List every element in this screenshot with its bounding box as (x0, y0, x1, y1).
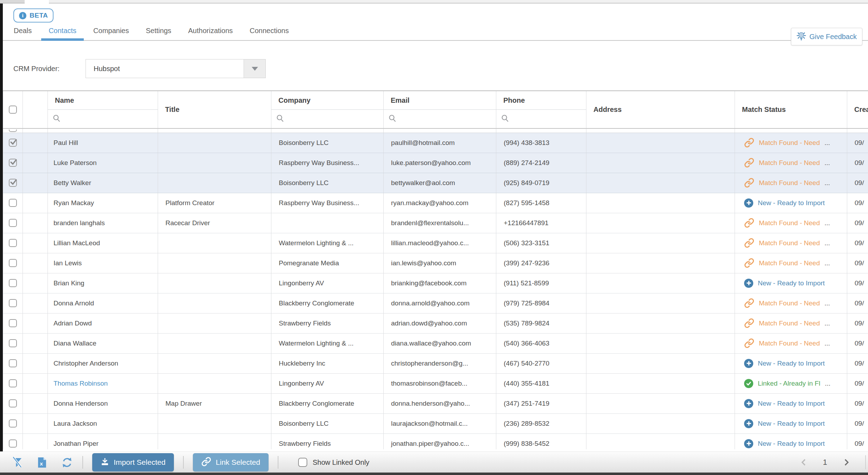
table-row[interactable]: Jonathan PiperStrawberry Fieldsjonathan.… (3, 433, 868, 449)
table-row[interactable]: Laura JacksonBoisonberry LLClaurajackson… (3, 413, 868, 433)
link-selected-label: Link Selected (216, 458, 260, 467)
cell-title: Map Drawer (158, 393, 271, 413)
crm-provider-label: CRM Provider: (13, 65, 59, 73)
tab-settings[interactable]: Settings (140, 27, 176, 40)
next-page-button[interactable] (842, 458, 850, 467)
cell-company: Blackberry Conglomerate (271, 393, 384, 413)
show-linked-only-checkbox[interactable] (298, 458, 307, 467)
tab-authorizations[interactable]: Authorizations (183, 27, 238, 40)
give-feedback-button[interactable]: Give Feedback (791, 28, 862, 45)
contact-name[interactable]: Thomas Robinson (54, 380, 108, 387)
previous-page-button[interactable] (800, 458, 808, 467)
column-header-title: Title (158, 91, 271, 128)
cell-created: 09/ (847, 133, 868, 153)
tab-contacts[interactable]: Contacts (43, 27, 82, 40)
pagination-divider (865, 455, 866, 469)
select-all-checkbox[interactable] (9, 106, 17, 114)
table-row[interactable]: Diana WallaceWatermelon Lighting & ...di… (3, 333, 868, 353)
company-filter-input[interactable] (271, 110, 383, 128)
status-label: New - Ready to Import (758, 199, 825, 207)
status-label: New - Ready to Import (758, 279, 825, 287)
dropdown-button[interactable] (244, 59, 265, 78)
row-checkbox[interactable] (9, 399, 17, 407)
check-circle-icon (744, 379, 753, 388)
name-filter-input[interactable] (48, 110, 158, 128)
table-row[interactable]: Betty WalkerBoisonberry LLCbettywalker@a… (3, 173, 868, 193)
plus-circle-icon (744, 359, 753, 368)
cell-match-status: New - Ready to Import (735, 193, 847, 213)
spacer-cell (23, 253, 48, 273)
search-icon (501, 114, 509, 124)
row-checkbox[interactable] (9, 339, 17, 347)
row-checkbox[interactable] (9, 259, 17, 267)
status-label: Match Found - Need (759, 139, 820, 147)
pagination: 1 (800, 455, 866, 469)
spacer-cell (23, 213, 48, 233)
spacer-cell (23, 193, 48, 213)
table-row[interactable]: Donna ArnoldBlackberry Conglomeratedonna… (3, 293, 868, 313)
row-checkbox[interactable] (9, 319, 17, 327)
tab-companies[interactable]: Companies (88, 27, 134, 40)
table-row[interactable]: Lillian MacLeodWatermelon Lighting & ...… (3, 233, 868, 253)
table-row[interactable]: Paul HillBoisonberry LLCpaulhill@hotmail… (3, 133, 868, 153)
email-filter-input[interactable] (384, 110, 496, 128)
cell-company: Strawberry Fields (271, 313, 384, 333)
cell-phone: (994) 438-3813 (496, 133, 586, 153)
column-label: Title (158, 106, 180, 114)
cell-address (586, 273, 735, 293)
status-label: Match Found - Need (759, 239, 820, 247)
info-icon: i (19, 12, 26, 19)
give-feedback-label: Give Feedback (809, 33, 857, 41)
cell-email: paulhill@hotmail.com (384, 133, 496, 153)
table-row[interactable]: branden langhalsRacecar Driverbrandenl@f… (3, 213, 868, 233)
table-row[interactable]: Brian KingLingonberry AVbrianking@facebo… (3, 273, 868, 293)
status-label: New - Ready to Import (758, 360, 825, 367)
table-row[interactable]: Donna HendersonMap DrawerBlackberry Cong… (3, 393, 868, 413)
refresh-icon[interactable] (61, 456, 73, 469)
contacts-table-wrap: NameTitleCompanyEmailPhoneAddressMatch S… (3, 90, 868, 449)
row-checkbox[interactable] (9, 379, 17, 387)
row-checkbox[interactable] (9, 219, 17, 227)
table-row[interactable]: Christopher AndersonHuckleberry Incchris… (3, 353, 868, 373)
row-checkbox[interactable] (9, 139, 17, 147)
row-checkbox[interactable] (9, 199, 17, 207)
search-icon (388, 114, 397, 124)
cell-match-status: Linked - Already in Fl... (735, 373, 847, 393)
row-checkbox[interactable] (9, 179, 17, 187)
column-label: Email (384, 96, 409, 104)
cell-address (586, 233, 735, 253)
status-label: New - Ready to Import (758, 440, 825, 448)
export-excel-icon[interactable]: x (37, 457, 47, 468)
table-row[interactable]: Luke PatersonRaspberry Way Business...lu… (3, 153, 868, 173)
clear-filter-icon[interactable] (11, 456, 23, 468)
tab-deals[interactable]: Deals (8, 27, 37, 40)
row-checkbox[interactable] (9, 419, 17, 428)
table-row[interactable]: Ian LewisPomegranate Mediaian.lewis@yaho… (3, 253, 868, 273)
cell-phone: (889) 274-2149 (496, 153, 586, 173)
cell-address (586, 293, 735, 313)
table-row[interactable]: Ryan MackayPlatform CreatorRaspberry Way… (3, 193, 868, 213)
crm-provider-dropdown[interactable]: Hubspot (86, 59, 266, 78)
contact-name: Diana Wallace (54, 340, 96, 347)
row-checkbox[interactable] (9, 299, 17, 307)
status-ellipsis: ... (824, 239, 830, 247)
cell-title: Platform Creator (158, 193, 271, 213)
table-row[interactable]: Thomas RobinsonLingonberry AVthomasrobin… (3, 373, 868, 393)
tab-connections[interactable]: Connections (244, 27, 294, 40)
cell-email: christopheranderson@g... (384, 353, 496, 373)
table-row[interactable]: Adrian DowdStrawberry Fieldsadrian.dowd@… (3, 313, 868, 333)
import-selected-button[interactable]: Import Selected (92, 453, 174, 471)
cell-email: bettywalker@aol.com (384, 173, 496, 193)
status-ellipsis: ... (824, 299, 830, 307)
row-checkbox[interactable] (9, 439, 17, 448)
cell-title (158, 413, 271, 433)
link-icon (744, 258, 754, 268)
status-ellipsis: ... (824, 340, 830, 347)
row-checkbox[interactable] (9, 279, 17, 287)
row-checkbox[interactable] (9, 359, 17, 367)
cell-title (158, 313, 271, 333)
link-selected-button[interactable]: Link Selected (193, 453, 269, 471)
phone-filter-input[interactable] (496, 110, 586, 128)
row-checkbox[interactable] (9, 239, 17, 247)
row-checkbox[interactable] (9, 159, 17, 167)
